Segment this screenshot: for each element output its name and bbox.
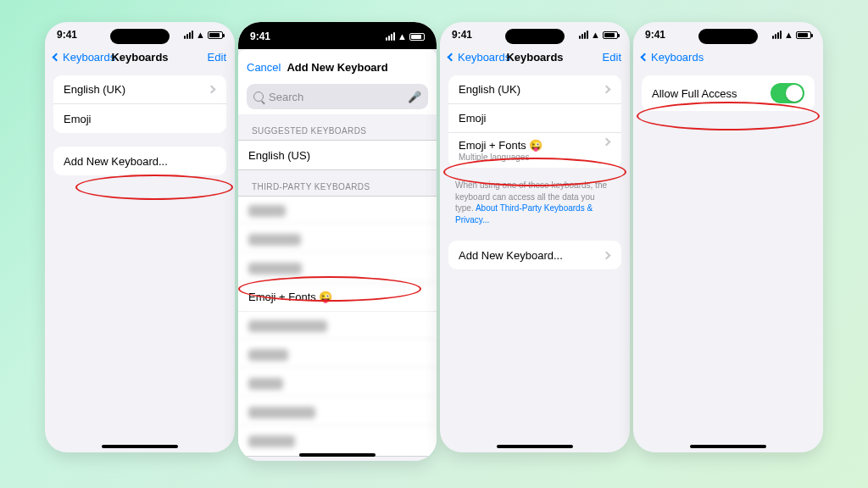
list-item[interactable]: Fontix	[238, 369, 437, 398]
suggested-group: English (US)	[238, 140, 437, 170]
add-new-keyboard-button[interactable]: Add New Keyboard...	[53, 147, 226, 175]
mic-icon[interactable]: 🎤	[408, 91, 421, 103]
wifi-icon: ▲	[591, 30, 600, 40]
keyboard-list-group: English (UK) Emoji Emoji + Fonts 😜 Multi…	[448, 75, 621, 168]
wifi-icon: ▲	[398, 31, 407, 42]
privacy-link[interactable]: About Third-Party Keyboards & Privacy...	[455, 203, 593, 225]
list-item[interactable]: Emoji	[53, 104, 226, 133]
status-bar: 9:41 ▲	[633, 22, 823, 41]
list-item[interactable]: Moji Maker™	[238, 398, 437, 427]
list-item[interactable]: Emoji Keyboard	[238, 312, 437, 341]
back-button[interactable]: Keyboards	[448, 51, 510, 64]
section-header-third-party: THIRD-PARTY KEYBOARDS	[238, 170, 437, 196]
screenshot-4-allow-full-access: 9:41 ▲ Keyboards Allow Full Access	[633, 22, 823, 452]
status-time: 9:41	[250, 30, 270, 42]
nav-bar: Keyboards Keyboards Edit	[440, 41, 630, 69]
keyboard-list-group: English (UK) Emoji	[53, 75, 226, 133]
chevron-left-icon	[641, 53, 649, 62]
battery-icon	[409, 33, 425, 41]
list-item[interactable]: SwiftKey	[238, 427, 437, 456]
section-header-suggested: SUGGESTED KEYBOARDS	[238, 114, 437, 140]
list-item[interactable]: Emoji	[448, 104, 621, 133]
privacy-footer: When using one of these keyboards, the k…	[440, 175, 630, 234]
edit-button[interactable]: Edit	[603, 51, 621, 64]
add-keyboard-group: Add New Keyboard...	[448, 241, 621, 269]
nav-bar: Keyboards	[633, 41, 823, 69]
nav-bar: Cancel Add New Keyboard	[238, 49, 437, 79]
wifi-icon: ▲	[196, 30, 205, 40]
status-time: 9:41	[452, 29, 472, 41]
chevron-left-icon	[53, 53, 61, 62]
status-bar: 9:41 ▲	[238, 22, 437, 49]
signal-icon	[386, 32, 395, 41]
home-indicator[interactable]	[299, 453, 376, 457]
home-indicator[interactable]	[497, 445, 573, 448]
add-new-keyboard-button[interactable]: Add New Keyboard...	[448, 241, 621, 269]
status-time: 9:41	[645, 29, 665, 41]
chevron-right-icon	[603, 251, 611, 259]
third-party-group: Bitmoji Color Text Dog Emoji Emoji + Fon…	[238, 196, 437, 457]
list-item[interactable]: Color Text	[238, 225, 437, 254]
list-item[interactable]: Emojify	[238, 341, 437, 369]
list-item-emoji-fonts[interactable]: Emoji + Fonts 😜 Multiple languages	[448, 133, 621, 168]
signal-icon	[772, 30, 782, 39]
screenshot-2-add-new-keyboard: 9:41 ▲ Cancel Add New Keyboard Search 🎤	[238, 22, 437, 461]
home-indicator[interactable]	[690, 445, 766, 448]
status-bar: 9:41 ▲	[440, 22, 630, 41]
back-button[interactable]: Keyboards	[53, 51, 115, 64]
battery-icon	[208, 31, 223, 39]
allow-full-access-toggle[interactable]	[771, 83, 804, 103]
list-item[interactable]: English (UK)	[448, 75, 621, 104]
back-button[interactable]: Keyboards	[642, 51, 704, 64]
status-time: 9:41	[57, 29, 77, 41]
edit-button[interactable]: Edit	[208, 51, 226, 64]
search-placeholder: Search	[269, 91, 303, 103]
nav-bar: Keyboards Keyboards Edit	[45, 41, 235, 69]
chevron-right-icon	[603, 86, 611, 94]
search-input[interactable]: Search 🎤	[247, 84, 428, 109]
list-item-emoji-fonts[interactable]: Emoji + Fonts 😜	[238, 283, 437, 312]
battery-icon	[796, 31, 811, 39]
status-bar: 9:41 ▲	[45, 22, 235, 41]
chevron-left-icon	[448, 53, 456, 62]
screenshot-3-keyboards-with-app: 9:41 ▲ Keyboards Keyboards Edit English …	[440, 22, 630, 452]
chevron-right-icon	[603, 138, 611, 147]
list-item[interactable]: English (US)	[238, 141, 437, 169]
list-item[interactable]: Dog Emoji	[238, 254, 437, 283]
screenshot-1-keyboards-list: 9:41 ▲ Keyboards Keyboards Edit English …	[45, 22, 235, 452]
allow-full-access-row[interactable]: Allow Full Access	[642, 75, 815, 111]
home-indicator[interactable]	[102, 445, 178, 448]
full-access-group: Allow Full Access	[642, 75, 815, 111]
battery-icon	[603, 31, 618, 39]
section-header-other: OTHER IPHONE KEYBOARDS	[238, 457, 437, 461]
highlight-ellipse	[75, 175, 233, 200]
signal-icon	[184, 30, 193, 39]
chevron-right-icon	[208, 86, 216, 94]
list-item[interactable]: Bitmoji	[238, 197, 437, 225]
wifi-icon: ▲	[784, 30, 793, 40]
list-item[interactable]: English (UK)	[53, 75, 226, 104]
add-keyboard-group: Add New Keyboard...	[53, 147, 226, 175]
cancel-button[interactable]: Cancel	[247, 61, 281, 74]
search-icon	[253, 92, 264, 102]
signal-icon	[579, 30, 588, 39]
